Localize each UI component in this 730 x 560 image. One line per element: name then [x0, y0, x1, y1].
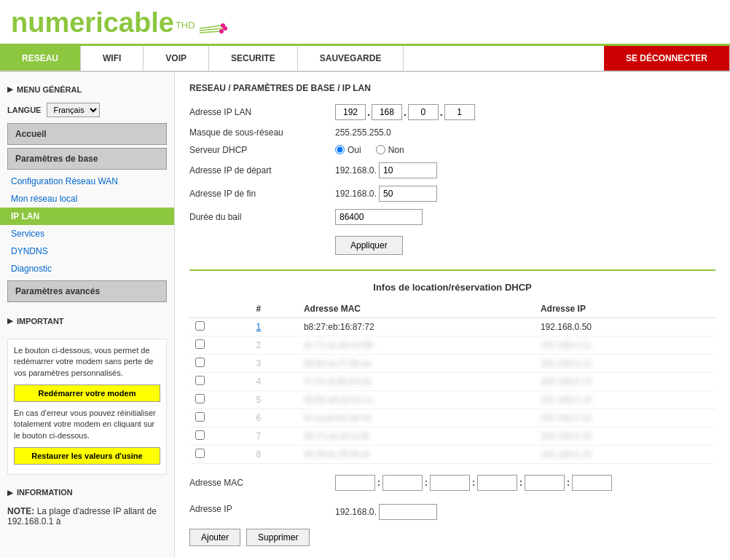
colon1: :: [377, 478, 380, 488]
end-ip-row: Adresse IP de fin 192.168.0.: [189, 186, 715, 202]
row-ip: 192.168.0.15: [535, 427, 715, 445]
accueil-button[interactable]: Accueil: [7, 123, 167, 145]
langue-select[interactable]: Français: [47, 103, 100, 117]
table-row: 500:90:ab:a4:01:cc192.168.0.14: [189, 390, 715, 409]
services-link[interactable]: Services: [0, 225, 174, 242]
dhcp-table: # Adresse MAC Adresse IP 1b8:27:eb:16:87…: [189, 300, 715, 464]
nav-voip[interactable]: VoIP: [144, 46, 209, 71]
ip-input-prefix: 192.168.0.: [335, 507, 377, 517]
langue-row: LANGUE Français: [0, 100, 174, 120]
ip-lan-row: Adresse IP LAN . . .: [189, 104, 715, 120]
add-button[interactable]: Ajouter: [189, 529, 240, 546]
table-row: 2dc:71:ac:ab:4d:8b192.168.0.11: [189, 336, 715, 354]
mac-inputs: : : : : :: [335, 475, 612, 491]
row-checkbox[interactable]: [195, 339, 205, 349]
col-ip: Adresse IP: [535, 300, 715, 318]
row-num: 4: [251, 372, 298, 390]
dot1: .: [367, 106, 370, 118]
end-ip-input[interactable]: [379, 186, 437, 202]
dhcp-server-row: Serveur DHCP Oui Non: [189, 145, 715, 155]
main-layout: ▶ MENU GÉNÉRAL LANGUE Français Accueil P…: [0, 72, 730, 557]
ip-part2-input[interactable]: [372, 104, 402, 120]
end-ip-prefix: 192.168.0.: [335, 186, 437, 202]
row-mac: dc:71:ac:ab:4d:8b: [298, 336, 535, 354]
row-ip: 192.168.0.13: [535, 372, 715, 390]
row-checkbox[interactable]: [195, 358, 205, 367]
apply-button[interactable]: Appliquer: [335, 236, 403, 255]
mac-part1[interactable]: [335, 475, 375, 491]
bail-input[interactable]: [335, 209, 423, 225]
row-ip: 192.168.0.11: [535, 336, 715, 354]
content: RESEAU / PARAMÈTRES DE BASE / IP LAN Adr…: [175, 72, 730, 557]
start-ip-row: Adresse IP de départ 192.168.0.: [189, 162, 715, 178]
row-checkbox[interactable]: [195, 394, 205, 403]
mac-part2[interactable]: [382, 475, 423, 491]
dot2: .: [404, 106, 407, 118]
dhcp-oui-radio[interactable]: [335, 145, 345, 154]
ip-lan-link[interactable]: IP LAN: [0, 208, 174, 225]
restore-factory-button[interactable]: Restaurer les valeurs d'usine: [14, 447, 160, 465]
logo-dots: [200, 20, 229, 40]
table-row: 700:71:aa:af:5a:f8192.168.0.15: [189, 427, 715, 445]
info-title: ▶ INFORMATION: [0, 482, 174, 502]
row-checkbox[interactable]: [195, 430, 205, 440]
nav-securite[interactable]: SECURITE: [209, 46, 298, 71]
parametres-avances-button[interactable]: Paramètres avancés: [7, 280, 167, 302]
langue-label: LANGUE: [7, 106, 41, 114]
dhcp-radio-group: Oui Non: [335, 145, 404, 155]
row-checkbox[interactable]: [195, 412, 205, 422]
dhcp-section: Infos de location/réservation DHCP # Adr…: [189, 282, 715, 546]
mac-part5[interactable]: [525, 475, 565, 491]
parametres-base-button[interactable]: Paramètres de base: [7, 148, 167, 170]
important-text1: Le bouton ci-dessous, vous permet de red…: [14, 345, 160, 379]
subnet-value: 255.255.255.0: [335, 127, 391, 138]
row-mac: 00:71:aa:af:5a:f8: [298, 427, 535, 445]
row-num: 6: [251, 409, 298, 427]
ip-lan-label: Adresse IP LAN: [189, 107, 335, 117]
colon2: :: [425, 478, 428, 488]
dhcp-table-header: # Adresse MAC Adresse IP: [189, 300, 715, 318]
dyndns-link[interactable]: DYNDNS: [0, 242, 174, 260]
mac-part6[interactable]: [572, 475, 612, 491]
nav-wifi[interactable]: WIFI: [81, 46, 144, 71]
nav: RESEAU WIFI VoIP SECURITE SAUVEGARDE SE …: [0, 46, 730, 72]
dhcp-non-radio[interactable]: [376, 145, 385, 154]
delete-button[interactable]: Supprimer: [246, 529, 310, 546]
ip-part3-input[interactable]: [408, 104, 439, 120]
mon-reseau-link[interactable]: Mon réseau local: [0, 190, 174, 208]
ip-part1-input[interactable]: [335, 104, 366, 120]
mac-part4[interactable]: [477, 475, 517, 491]
diagnostic-link[interactable]: Diagnostic: [0, 260, 174, 277]
row-num-link[interactable]: 1: [256, 322, 262, 332]
logo-text: numericable: [11, 7, 174, 39]
row-checkbox[interactable]: [195, 376, 205, 385]
row-num: 7: [251, 427, 298, 445]
dhcp-non-label[interactable]: Non: [376, 145, 404, 155]
note-title: NOTE:: [7, 506, 34, 516]
arrow-info-icon: ▶: [7, 489, 13, 497]
col-mac: Adresse MAC: [298, 300, 535, 318]
mac-part3[interactable]: [430, 475, 470, 491]
important-title: ▶ IMPORTANT: [0, 311, 174, 331]
row-ip: 192.168.0.14: [535, 409, 715, 427]
start-ip-prefix: 192.168.0.: [335, 162, 437, 178]
ip-input-row: Adresse IP 192.168.0.: [189, 498, 715, 520]
nav-reseau[interactable]: RESEAU: [0, 46, 81, 71]
nav-deconnecter[interactable]: SE DÉCONNECTER: [604, 46, 730, 71]
ip-lan-inputs: . . .: [335, 104, 475, 120]
logo-thd: THD: [176, 20, 195, 31]
row-num: 5: [251, 390, 298, 409]
dhcp-oui-label[interactable]: Oui: [335, 145, 361, 155]
colon5: :: [567, 478, 570, 488]
nav-sauvegarde[interactable]: SAUVEGARDE: [298, 46, 404, 71]
restart-modem-button[interactable]: Redémarrer votre modem: [14, 384, 160, 402]
row-checkbox[interactable]: [195, 321, 205, 331]
row-mac: b8:8d:ac:f7:9b:aa: [298, 354, 535, 372]
row-checkbox[interactable]: [195, 449, 205, 458]
note-section: NOTE: La plage d'adresse IP allant de 19…: [0, 502, 174, 530]
logo: numericableTHD: [11, 7, 719, 40]
ip-last-octet-input[interactable]: [379, 504, 437, 520]
config-wan-link[interactable]: Configuration Réseau WAN: [0, 173, 174, 190]
ip-part4-input[interactable]: [444, 104, 475, 120]
start-ip-input[interactable]: [379, 162, 437, 178]
